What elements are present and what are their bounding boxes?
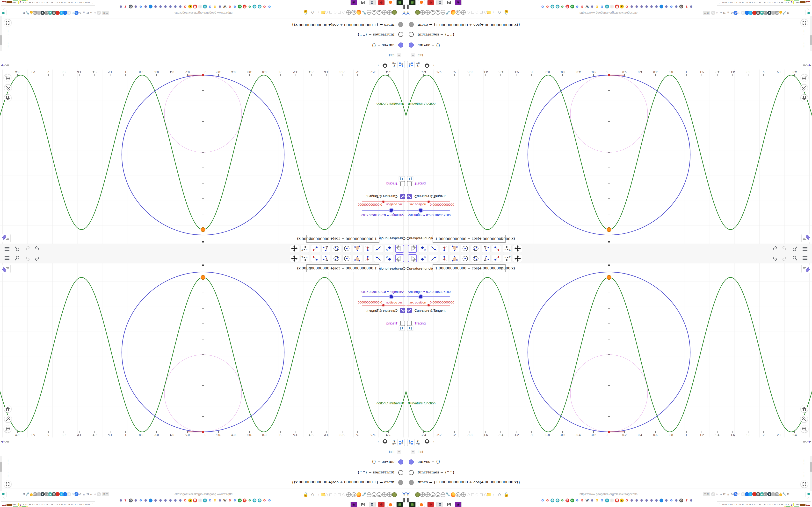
translate-icon[interactable]: A [97, 11, 101, 15]
taskbar-monitor-cam-icon[interactable]: 🖥 [369, 0, 375, 5]
tool-slider[interactable]: a = 2 [301, 254, 310, 262]
taskbar-gear-red-icon[interactable]: ⚙ [427, 0, 434, 5]
favicon-dot-blue-icon[interactable] [149, 5, 152, 8]
favicon-g-green-icon[interactable]: G [560, 499, 564, 502]
taskbar-firefox-icon[interactable]: ⬤ [387, 502, 394, 507]
undo-icon[interactable] [34, 245, 40, 252]
scrollbar-thumb[interactable] [0, 462, 2, 472]
algebra-row-funcs[interactable]: funcs = {1.000000000000 + cos(4.00000000… [0, 477, 406, 488]
wrench-icon[interactable]: 🔧 [361, 10, 366, 15]
favicon-poly-icon[interactable]: ⬢ [674, 5, 678, 8]
tool-reflect-about-line[interactable] [492, 245, 501, 253]
algebra-row-funcs[interactable]: funcs = {1.000000000000 + cos(4.00000000… [406, 477, 812, 488]
gear-icon[interactable]: ⚙ [456, 10, 461, 15]
favicon-gear-dark-icon[interactable]: ⚙ [129, 499, 133, 502]
favicon-f-red-icon[interactable]: f [684, 5, 688, 8]
taskbar-firefox-icon[interactable]: ⬤ [418, 0, 425, 5]
folder-icon[interactable]: 📁 [321, 10, 326, 15]
favicon-gear-dark-icon[interactable]: ⚙ [679, 499, 683, 502]
favicon-g-green-icon[interactable]: G [248, 499, 252, 502]
tool-move[interactable] [395, 245, 404, 253]
favicon-poly-icon[interactable]: ⬢ [650, 499, 654, 502]
translate-icon[interactable]: A [97, 492, 101, 496]
function-select[interactable]: 1.000000000000 + cos(4.000000000000 x) [433, 235, 506, 243]
favicon-photo-icon[interactable]: ▲ [188, 499, 192, 502]
visibility-marble-hollow[interactable] [398, 32, 403, 37]
ghost-square-icon[interactable] [480, 494, 483, 496]
redo-icon[interactable] [24, 255, 31, 262]
arc-length-slider[interactable] [406, 210, 450, 211]
shield-gray-icon[interactable] [37, 492, 41, 496]
zoom-in-button[interactable] [800, 415, 808, 422]
scrollbar-thumb[interactable] [810, 462, 812, 472]
gauge-icon[interactable] [372, 10, 376, 15]
favicon-yandex-icon[interactable]: Я [243, 5, 247, 8]
favicon-g-red-icon[interactable]: G [580, 5, 584, 8]
favicon-g-blue-icon[interactable]: G [139, 5, 143, 8]
tool-circle-center-point[interactable] [343, 254, 352, 262]
graphics-stylebar-toggle[interactable] [1, 265, 11, 273]
shield-icon[interactable]: ◇ [311, 492, 314, 497]
favicon-poly-icon[interactable]: ⬢ [645, 5, 649, 8]
globe-icon[interactable] [461, 10, 466, 15]
fx-icon[interactable]: fx [416, 439, 419, 445]
favicon-g-blue-icon[interactable]: G [267, 499, 271, 502]
collapse-group-button[interactable]: − [397, 450, 401, 454]
taskbar-firefox-icon[interactable]: ⬤ [387, 0, 394, 5]
favicon-g-yellow-icon[interactable]: G [595, 5, 599, 8]
tool-perpendicular-line[interactable] [440, 254, 449, 262]
tool-line[interactable] [429, 254, 438, 262]
ghost-square-icon[interactable] [471, 11, 474, 13]
ghost-dot-icon[interactable] [475, 11, 478, 13]
gauge-icon[interactable] [430, 10, 435, 15]
gear-icon[interactable]: ⚙ [22, 492, 26, 496]
folder-icon[interactable]: 📁 [321, 492, 326, 497]
tool-perpendicular-line[interactable] [364, 254, 373, 262]
tracing-checkbox[interactable] [400, 181, 405, 186]
favicon-g-blue-icon[interactable]: G [575, 499, 579, 502]
folder-icon[interactable]: 📁 [486, 492, 491, 497]
favicon-yandex-icon[interactable]: Я [243, 499, 247, 502]
taskbar-gear-red-icon[interactable]: ⚙ [378, 502, 385, 507]
fullscreen-button[interactable] [4, 19, 11, 26]
favicon-g-yellow-icon[interactable]: G [213, 5, 217, 8]
algebra-row-curves[interactable]: curves = {} ⋮⋮ [406, 39, 812, 51]
favicon-info-icon[interactable]: i [198, 5, 202, 8]
undo-icon[interactable] [772, 245, 778, 252]
favicon-wiki-icon[interactable]: W [223, 499, 227, 502]
visibility-marble-filled[interactable] [398, 43, 403, 48]
globe-gray-icon[interactable]: ⊕ [33, 11, 38, 15]
kebab-menu-icon[interactable]: ⋮ [432, 439, 436, 444]
favicon-g-blue-icon[interactable]: G [600, 5, 604, 8]
chevron-up-icon[interactable]: ⌃ [2, 5, 5, 10]
favicon-poly-icon[interactable]: ⬢ [179, 499, 182, 502]
home-button[interactable] [4, 405, 11, 412]
tool-ellipse[interactable] [332, 245, 341, 253]
favicon-knot-icon[interactable]: ❉ [605, 499, 609, 502]
favicon-photo-icon[interactable]: ▲ [620, 499, 624, 502]
visibility-marble-filled[interactable] [409, 459, 414, 464]
tool-move-graphics-view[interactable] [513, 254, 522, 262]
globe-icon[interactable] [425, 10, 430, 15]
favicon-poly-icon[interactable]: ⬢ [158, 499, 162, 502]
favicon-g-blue-icon[interactable]: G [541, 5, 545, 8]
favicon-yandex-icon[interactable]: Я [193, 5, 197, 8]
favicon-poly-icon[interactable]: ⬢ [168, 5, 172, 8]
ghost-dot-icon[interactable] [475, 494, 478, 496]
undo-icon[interactable] [772, 255, 778, 262]
wrench-icon[interactable]: 🔧 [446, 10, 451, 15]
favicon-geogebra-icon[interactable]: ∿ [570, 499, 574, 502]
favicon-yandex-icon[interactable]: Я [565, 5, 569, 8]
favicon-poly-icon[interactable]: ⬢ [655, 5, 659, 8]
lock-icon[interactable]: 🔒 [303, 492, 308, 497]
tree-view-button[interactable] [398, 61, 405, 68]
gear-icon[interactable]: ⚙ [786, 11, 790, 15]
favicon-g-blue-icon[interactable]: G [208, 5, 212, 8]
fullscreen-button[interactable] [801, 481, 808, 488]
ghost-square-icon[interactable] [329, 494, 332, 496]
taskbar-drive-green-icon[interactable]: ▤ [409, 0, 416, 5]
taskbar-floppy64-icon[interactable]: 💾 [360, 0, 366, 5]
favicon-yandex-icon[interactable]: Я [615, 499, 619, 502]
favicon-g-red-icon[interactable]: G [263, 5, 266, 8]
favicon-poly-icon[interactable]: ⬢ [134, 5, 138, 8]
